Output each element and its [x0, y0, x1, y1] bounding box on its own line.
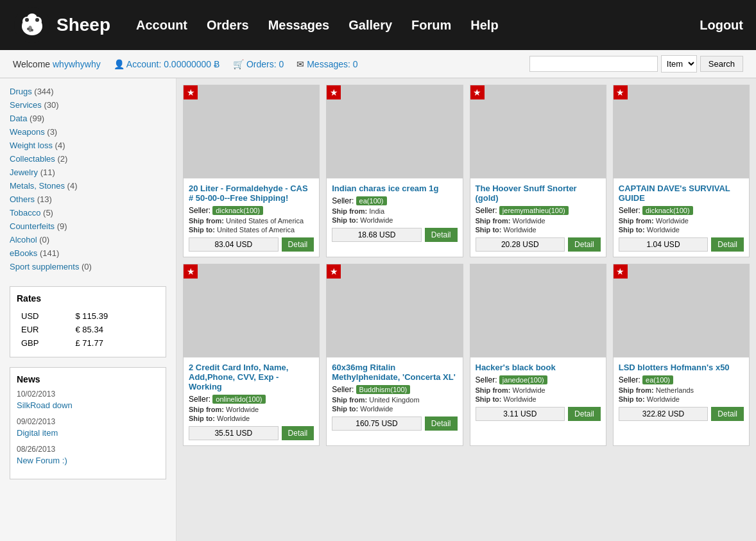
account-value: 0.00000000 Ƀ [164, 59, 220, 69]
detail-button[interactable]: Detail [568, 407, 601, 421]
product-info: 2 Credit Card Info, Name, Add,Phone, CVV… [184, 357, 319, 445]
product-info: Indian charas ice cream 1g Seller: ea(10… [327, 178, 462, 247]
product-image [614, 85, 749, 178]
product-card: ★ CAPTAIN DAVE's SURVIVAL GUIDE Seller: … [613, 85, 750, 257]
product-title[interactable]: LSD blotters Hofmann's x50 [619, 363, 744, 372]
product-image [614, 264, 749, 357]
welcome-text: Welcome whywhywhy [13, 59, 101, 69]
nav-account[interactable]: Account [136, 18, 187, 33]
news-title: News [17, 374, 159, 384]
product-title[interactable]: 60x36mg Ritalin Methylphenidate, 'Concer… [332, 363, 457, 382]
price-display: 1.04 USD [619, 237, 709, 252]
seller-info: Seller: ea(100) [619, 375, 744, 384]
featured-star: ★ [184, 85, 198, 99]
price-row: 1.04 USD Detail [619, 237, 744, 252]
price-display: 83.04 USD [189, 237, 279, 252]
detail-button[interactable]: Detail [282, 237, 314, 252]
product-image [470, 264, 606, 357]
price-display: 322.82 USD [619, 407, 709, 421]
sub-header: Welcome whywhywhy 👤 Account: 0.00000000 … [0, 50, 756, 78]
search-button[interactable]: Search [700, 56, 743, 72]
sidebar-category[interactable]: Sport supplements (0) [10, 260, 166, 273]
product-title[interactable]: Hacker's black book [476, 363, 601, 372]
price-display: 35.51 USD [189, 426, 279, 440]
ship-to: Ship to: Worldwide [476, 395, 601, 403]
product-title[interactable]: Indian charas ice cream 1g [332, 184, 457, 193]
orders-info: 🛒 Orders: 0 [233, 59, 284, 69]
sidebar-category[interactable]: Weight loss (4) [10, 139, 166, 152]
sidebar: Drugs (344)Services (30)Data (99)Weapons… [0, 78, 176, 541]
news-link[interactable]: SilkRoad down [17, 399, 159, 412]
nav-orders[interactable]: Orders [207, 18, 249, 33]
sidebar-category[interactable]: Metals, Stones (4) [10, 179, 166, 193]
seller-info: Seller: dicknack(100) [619, 206, 744, 215]
detail-button[interactable]: Detail [711, 407, 744, 421]
seller-badge: dicknack(100) [212, 206, 262, 215]
sidebar-category[interactable]: Collectables (2) [10, 152, 166, 166]
product-info: LSD blotters Hofmann's x50 Seller: ea(10… [614, 357, 749, 426]
search-input[interactable] [529, 56, 658, 72]
detail-button[interactable]: Detail [425, 416, 458, 431]
sidebar-category[interactable]: Counterfeits (9) [10, 219, 166, 233]
detail-button[interactable]: Detail [711, 237, 744, 252]
product-card: ★ 60x36mg Ritalin Methylphenidate, 'Conc… [326, 264, 463, 446]
seller-badge: onlinelido(100) [212, 395, 265, 404]
detail-button[interactable]: Detail [568, 237, 601, 252]
ship-to: Ship to: Worldwide [619, 395, 744, 403]
seller-badge: jeremymathieu(100) [499, 206, 569, 215]
sidebar-category[interactable]: Drugs (344) [10, 85, 166, 98]
sidebar-category[interactable]: Jewelry (11) [10, 166, 166, 179]
product-info: The Hoover Snuff Snorter (gold) Seller: … [470, 178, 606, 257]
news-link[interactable]: Digital item [17, 426, 159, 440]
rates-row: GBP£ 71.77 [18, 337, 158, 349]
sidebar-category[interactable]: eBooks (141) [10, 246, 166, 260]
price-display: 20.28 USD [476, 237, 565, 252]
seller-badge: janedoe(100) [499, 375, 547, 384]
search-type-select[interactable]: Item [661, 55, 697, 73]
product-card: Hacker's black book Seller: janedoe(100)… [470, 264, 606, 446]
news-date: 10/02/2013 [17, 390, 159, 399]
ship-to: Ship to: Worldwide [619, 226, 744, 234]
product-title[interactable]: 2 Credit Card Info, Name, Add,Phone, CVV… [189, 363, 314, 391]
sidebar-category[interactable]: Data (99) [10, 112, 166, 125]
main-layout: Drugs (344)Services (30)Data (99)Weapons… [0, 78, 756, 541]
nav-help[interactable]: Help [470, 18, 498, 33]
sidebar-category[interactable]: Weapons (3) [10, 125, 166, 139]
detail-button[interactable]: Detail [282, 426, 314, 440]
featured-star: ★ [184, 264, 198, 279]
sidebar-category[interactable]: Others (13) [10, 193, 166, 206]
featured-star: ★ [470, 85, 485, 99]
svg-point-4 [27, 13, 37, 24]
product-title[interactable]: 20 Liter - Formaldehyde - CAS # 50-00-0-… [189, 184, 314, 203]
news-date: 08/26/2013 [17, 445, 159, 454]
rates-row: EUR€ 85.34 [18, 323, 158, 336]
nav-gallery[interactable]: Gallery [348, 18, 392, 33]
nav-messages[interactable]: Messages [268, 18, 330, 33]
product-title[interactable]: The Hoover Snuff Snorter (gold) [476, 184, 601, 203]
ship-from: Ship from: United States of America [189, 217, 314, 225]
product-title[interactable]: CAPTAIN DAVE's SURVIVAL GUIDE [619, 184, 744, 203]
sidebar-category[interactable]: Alcohol (0) [10, 233, 166, 246]
product-image [470, 85, 606, 178]
nav-forum[interactable]: Forum [411, 18, 451, 33]
rates-row: USD$ 115.39 [18, 310, 158, 322]
seller-info: Seller: ea(100) [332, 196, 457, 205]
rates-box: Rates USD$ 115.39EUR€ 85.34GBP£ 71.77 [10, 286, 166, 357]
news-link[interactable]: New Forum :) [17, 454, 159, 467]
detail-button[interactable]: Detail [425, 228, 458, 242]
price-row: 322.82 USD Detail [619, 407, 744, 421]
ship-to: Ship to: United States of America [189, 226, 314, 234]
price-display: 160.75 USD [332, 416, 422, 431]
product-info: 20 Liter - Formaldehyde - CAS # 50-00-0-… [184, 178, 319, 257]
product-card: ★ 20 Liter - Formaldehyde - CAS # 50-00-… [183, 85, 320, 257]
logout-button[interactable]: Logout [700, 18, 743, 33]
username-link[interactable]: whywhywhy [53, 59, 101, 69]
news-date: 09/02/2013 [17, 417, 159, 426]
orders-count: 0 [279, 59, 284, 69]
sidebar-category[interactable]: Services (30) [10, 98, 166, 112]
sidebar-category[interactable]: Tobacco (5) [10, 206, 166, 219]
ship-from: Ship from: United Kingdom [332, 396, 457, 404]
ship-from: Ship from: India [332, 207, 457, 215]
seller-info: Seller: dicknack(100) [189, 206, 314, 215]
seller-info: Seller: jeremymathieu(100) [476, 206, 601, 215]
